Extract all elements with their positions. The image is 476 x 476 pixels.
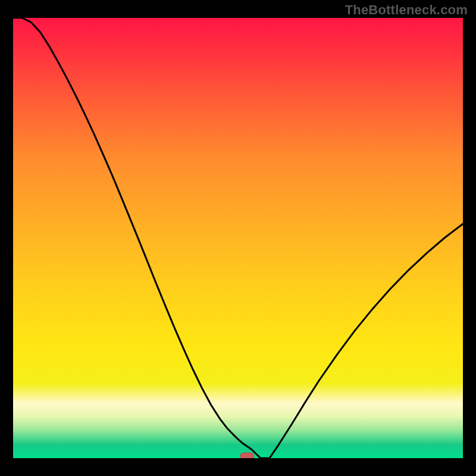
watermark-text: TheBottleneck.com (345, 2, 468, 18)
chart-stage: TheBottleneck.com (0, 0, 476, 476)
plot-area (13, 18, 463, 458)
optimal-marker (240, 453, 253, 458)
gradient-background (13, 18, 463, 458)
bottleneck-chart (13, 18, 463, 458)
